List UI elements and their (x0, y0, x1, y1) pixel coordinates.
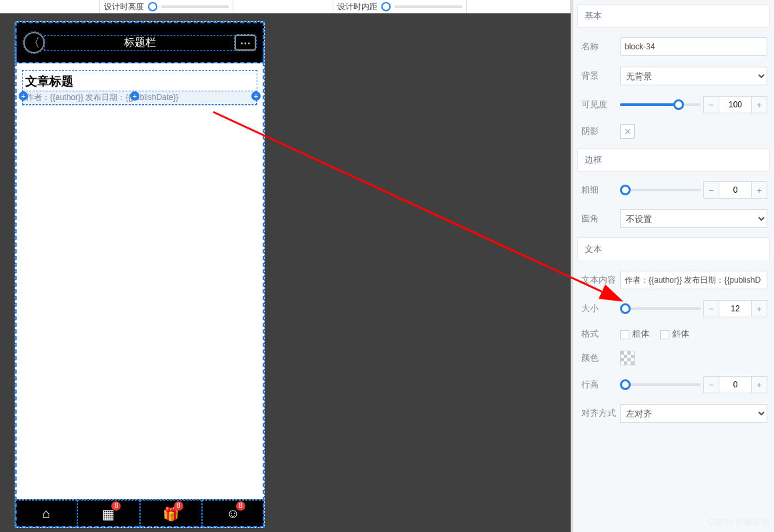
tab-badge: 8 (111, 501, 121, 511)
thickness-slider[interactable] (620, 184, 701, 196)
lineheight-slider[interactable] (620, 379, 701, 391)
size-stepper[interactable]: − + (703, 300, 767, 317)
align-select[interactable]: 左对齐 (620, 404, 767, 423)
color-label: 颜色 (581, 352, 616, 364)
design-height-label: 设计时高度 (104, 1, 144, 13)
radius-select[interactable]: 不设置 (620, 209, 767, 228)
name-input[interactable] (620, 37, 767, 56)
more-icon[interactable]: ⋯ (235, 35, 256, 51)
shadow-label: 阴影 (581, 125, 616, 137)
article-title[interactable]: 文章标题 (23, 73, 257, 89)
section-border: 边框 (577, 148, 770, 172)
back-icon[interactable]: 〈 (23, 32, 45, 53)
tab-gift[interactable]: 🎁8 (140, 500, 202, 527)
size-value[interactable] (719, 300, 751, 317)
plus-button[interactable]: + (751, 96, 767, 113)
row-color: 颜色 (573, 345, 774, 371)
design-padding-label: 设计时内距 (337, 1, 377, 13)
row-bg: 背景 无背景 (573, 61, 774, 91)
thickness-value[interactable] (719, 181, 751, 199)
row-textcontent: 文本内容 (573, 265, 774, 295)
visibility-stepper[interactable]: − + (703, 96, 767, 113)
svg-line-0 (213, 112, 620, 300)
visibility-label: 可见度 (581, 99, 616, 111)
section-text: 文本 (577, 237, 770, 261)
visibility-value[interactable] (719, 96, 751, 113)
color-swatch[interactable] (620, 351, 635, 365)
article-meta-text: 作者：{{author}} 发布日期：{{publishDate}} (26, 93, 179, 102)
align-label: 对齐方式 (581, 407, 616, 419)
phone-page-body[interactable]: 文章标题 + + + 作者：{{author}} 发布日期：{{publishD… (15, 63, 264, 499)
design-toolbar: 设计时高度 设计时内距 (0, 0, 571, 13)
resize-handle-left[interactable]: + (19, 91, 28, 101)
minus-button[interactable]: − (703, 181, 719, 199)
home-icon: ⌂ (38, 505, 55, 523)
bold-checkbox[interactable]: 粗体 (620, 328, 649, 340)
selected-block[interactable]: 文章标题 + + + 作者：{{author}} 发布日期：{{publishD… (22, 70, 257, 105)
minus-button[interactable]: − (703, 376, 719, 393)
plus-button[interactable]: + (751, 376, 767, 393)
thickness-stepper[interactable]: − + (703, 181, 767, 199)
visibility-slider[interactable] (620, 99, 701, 111)
design-padding-knob[interactable] (381, 2, 391, 11)
thickness-label: 粗细 (581, 184, 616, 196)
tab-badge: 8 (174, 501, 183, 511)
row-format: 格式 粗体 斜体 (573, 323, 774, 345)
bg-label: 背景 (581, 70, 616, 82)
bg-select[interactable]: 无背景 (620, 67, 767, 85)
tab-user[interactable]: ☺8 (202, 500, 264, 527)
tab-badge: 8 (236, 501, 245, 511)
section-basic: 基本 (577, 4, 770, 28)
name-label: 名称 (581, 41, 616, 53)
design-height-knob[interactable] (148, 2, 157, 11)
row-shadow: 阴影 ✕ (573, 119, 774, 144)
row-size: 大小 − + (573, 295, 774, 323)
row-thickness: 粗细 − + (573, 176, 774, 204)
size-label: 大小 (581, 303, 616, 315)
lineheight-value[interactable] (719, 376, 751, 393)
italic-checkbox[interactable]: 斜体 (660, 328, 689, 340)
plus-button[interactable]: + (751, 181, 767, 199)
plus-button[interactable]: + (751, 300, 767, 317)
titlebar-text: 标题栏 (45, 36, 235, 50)
resize-handle-mid[interactable]: + (130, 91, 139, 101)
row-visibility: 可见度 − + (573, 91, 774, 119)
row-name: 名称 (573, 32, 774, 61)
size-slider[interactable] (620, 303, 701, 315)
shadow-toggle[interactable]: ✕ (620, 124, 635, 139)
tab-grid[interactable]: ▦8 (77, 500, 139, 527)
phone-titlebar[interactable]: 〈 标题栏 ⋯ (15, 22, 264, 63)
row-radius: 圆角 不设置 (573, 204, 774, 233)
minus-button[interactable]: − (703, 300, 719, 317)
row-lineheight: 行高 − + (573, 371, 774, 399)
lineheight-label: 行高 (581, 379, 616, 391)
textcontent-input[interactable] (620, 271, 767, 289)
phone-tabbar: ⌂ ▦8 🎁8 ☺8 (15, 499, 264, 527)
resize-handle-right[interactable]: + (251, 91, 261, 101)
lineheight-stepper[interactable]: − + (703, 376, 767, 393)
row-align: 对齐方式 左对齐 (573, 399, 774, 428)
format-label: 格式 (581, 328, 616, 340)
article-meta-line[interactable]: + + + 作者：{{author}} 发布日期：{{publishDate}} (23, 91, 257, 105)
radius-label: 圆角 (581, 213, 616, 225)
minus-button[interactable]: − (703, 96, 719, 113)
textcontent-label: 文本内容 (581, 274, 616, 286)
preview-canvas[interactable]: 〈 标题栏 ⋯ 文章标题 + + + 作者：{{author}} 发布日期：{{… (15, 21, 265, 528)
property-panel: 基本 名称 背景 无背景 可见度 − + 阴影 ✕ 边框 粗细 (573, 0, 774, 532)
tab-home[interactable]: ⌂ (15, 500, 77, 527)
